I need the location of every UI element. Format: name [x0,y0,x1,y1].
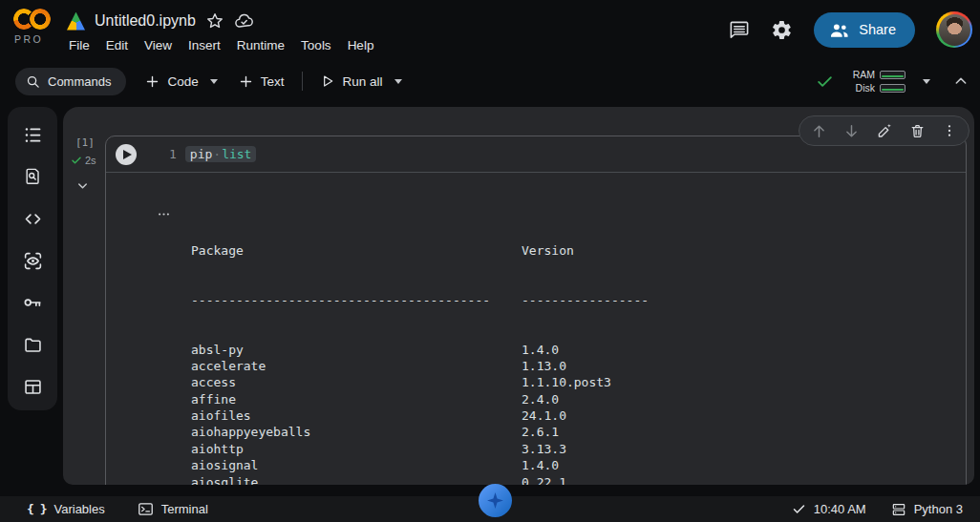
variables-label: Variables [53,502,104,516]
run-all-button[interactable]: Run all [314,68,408,95]
column-version: Version [522,242,574,259]
terminal-button[interactable]: Terminal [138,502,208,516]
disk-label: Disk [856,82,875,94]
status-bar-right: 10:40 AM Python 3 [792,496,963,522]
chevron-down-icon[interactable] [210,79,218,84]
cell-more-menu-icon[interactable] [942,123,957,138]
settings-gear-icon[interactable] [771,19,793,41]
toolbar-right: RAM Disk [816,59,969,103]
status-bar: { } Variables Terminal 10:40 AM Python 3 [0,496,980,522]
search-icon [26,74,40,89]
data-table-icon[interactable] [23,376,43,397]
toolbar-divider [302,72,303,91]
add-text-button[interactable]: Text [233,68,290,95]
run-all-label: Run all [343,74,383,89]
package-row: affine2.4.0 [191,391,649,407]
add-code-label: Code [167,74,198,89]
delete-cell-icon[interactable] [909,123,926,139]
collapse-toolbar-icon[interactable] [953,73,969,89]
package-row: aiosignal1.4.0 [191,457,649,473]
terminal-label: Terminal [161,502,208,516]
cloud-saved-icon[interactable] [234,11,255,31]
comments-icon[interactable] [728,19,750,41]
execution-status: 2s [71,155,96,166]
variables-button[interactable]: { } Variables [27,502,105,516]
header: PRO Untitled0.ipynb File Edit View Inser… [0,0,980,59]
collapse-output-icon[interactable] [75,178,90,193]
menu-file[interactable]: File [69,38,90,52]
execution-time: 10:40 AM [814,502,866,516]
colab-logo[interactable]: PRO [11,8,61,45]
find-replace-icon[interactable] [23,166,42,187]
header-actions: Share [728,0,972,59]
menu-insert[interactable]: Insert [188,38,221,52]
colab-window: PRO Untitled0.ipynb File Edit View Inser… [0,0,980,522]
files-folder-icon[interactable] [23,334,43,355]
last-executed-status: 10:40 AM [792,502,866,516]
colab-rings-icon [11,8,61,31]
line-number: 1 [169,147,177,161]
code-text: pip·list [185,146,257,162]
notebook-title[interactable]: Untitled0.ipynb [95,12,196,30]
title-row: Untitled0.ipynb [67,10,255,32]
code-cell: 1 pip·list Package Version -------------… [105,136,967,485]
execution-duration: 2s [85,155,96,166]
check-icon [792,502,806,516]
package-rows: absl-py1.4.0accelerate1.13.0access1.1.10… [191,342,649,485]
menu-bar: File Edit View Insert Runtime Tools Help [69,38,373,52]
code-snippets-icon[interactable] [23,208,43,229]
add-text-label: Text [261,74,285,89]
package-row: aiosqlite0.22.1 [191,474,649,486]
avatar[interactable] [936,11,972,48]
menu-runtime[interactable]: Runtime [237,38,285,52]
secrets-key-icon[interactable] [22,292,43,313]
resources-monitor[interactable]: RAM Disk [853,69,905,94]
gemini-spark-button[interactable] [479,484,512,517]
move-cell-down-icon[interactable] [843,123,860,139]
package-row: aiohappyeyeballs2.6.1 [191,424,649,440]
chevron-down-icon[interactable] [923,79,930,84]
kernel-selector[interactable]: Python 3 [891,502,963,517]
magic-edit-icon[interactable] [876,122,893,139]
play-icon [123,150,132,159]
run-cell-button[interactable] [116,144,137,165]
commands-label: Commands [48,74,111,89]
avatar-photo [939,14,970,46]
move-cell-up-icon[interactable] [811,123,827,139]
drive-icon[interactable] [67,12,85,31]
terminal-icon [138,502,154,516]
package-row: accelerate1.13.0 [191,358,649,374]
ram-meter [880,71,905,79]
scan-eye-icon[interactable] [23,250,43,271]
menu-view[interactable]: View [144,38,172,52]
add-code-button[interactable]: Code [139,68,223,95]
ram-label: RAM [853,69,875,80]
output-divider-row: ----------------------------------------… [191,292,649,308]
menu-tools[interactable]: Tools [301,38,331,52]
pro-badge: PRO [11,33,61,45]
output-header-row: Package Version [191,242,649,259]
left-sidebar [8,107,57,410]
cell-toolbar [799,115,969,146]
output-options-icon[interactable] [157,207,171,221]
chevron-down-icon[interactable] [394,79,402,84]
menu-help[interactable]: Help [348,38,374,52]
spark-icon [487,492,503,509]
notebook-panel: [1] 2s 1 pip·list Package Versio [63,107,974,485]
share-label: Share [859,22,896,37]
menu-edit[interactable]: Edit [106,38,128,52]
disk-meter [880,84,905,93]
runtime-icon [891,502,906,517]
play-outline-icon [320,73,335,89]
kernel-label: Python 3 [914,502,963,516]
success-check-icon [71,155,82,166]
commands-button[interactable]: Commands [15,68,126,95]
column-package: Package [191,242,522,259]
plus-icon [239,74,253,89]
table-of-contents-icon[interactable] [23,124,43,145]
package-row: aiofiles24.1.0 [191,407,649,424]
package-row: access1.1.10.post3 [191,374,649,390]
share-button[interactable]: Share [814,12,915,48]
star-icon[interactable] [205,11,224,31]
braces-icon: { } [27,502,46,516]
